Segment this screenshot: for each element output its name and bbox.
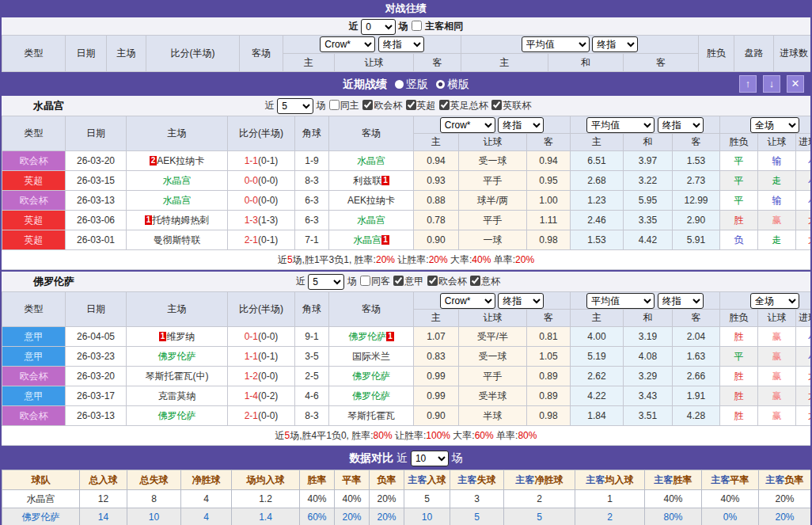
summary-text: 场,胜4平1负0, 胜率: (290, 430, 373, 441)
goals-result-cell: 大 (796, 211, 812, 230)
win-rate: 20% (376, 254, 395, 265)
home-odds: 0.99 (414, 386, 459, 406)
horizontal-layout-radio[interactable] (436, 80, 445, 89)
h2h-final-average-select[interactable]: 终指 (592, 36, 638, 52)
vertical-layout-radio[interactable] (395, 80, 404, 89)
cp-final-odds-select[interactable]: 终指 (498, 117, 544, 133)
result-cell: 平 (720, 191, 758, 211)
h2h-header-bar: 对战往绩 (2, 0, 810, 17)
handicap-result-cell: 赢 (758, 386, 796, 406)
league-label: 欧会杯 (374, 100, 402, 111)
cp-final-average-select[interactable]: 终指 (658, 117, 704, 133)
result-cell: 胜 (720, 211, 758, 230)
away-odds: 0.89 (527, 386, 571, 406)
cp-scope-select[interactable]: 全场 (750, 117, 799, 133)
avg-home-odds: 1.23 (571, 191, 624, 211)
avg-home-odds: 2.68 (571, 171, 624, 191)
handicap-result-value: 赢 (772, 390, 782, 401)
handicap-result-value: 输 (772, 155, 782, 166)
league-checkbox-uecl[interactable] (427, 276, 438, 286)
league-checkbox-seriea[interactable] (393, 276, 404, 286)
match-date: 26-04-05 (66, 327, 127, 347)
goals-result-value: 大 (808, 215, 812, 226)
same-away-checkbox[interactable] (360, 276, 370, 286)
scope-select-cell: 全场 (720, 116, 812, 134)
fi-scope-select[interactable]: 全场 (750, 293, 799, 309)
fi-bookmaker-select[interactable]: Crow* (440, 293, 495, 309)
same-home-away-checkbox[interactable] (412, 21, 422, 31)
subcol-goals: 进球数 (796, 134, 812, 151)
fi-final-odds-select[interactable]: 终指 (498, 293, 544, 309)
league-checkbox-eflcup[interactable] (491, 100, 502, 110)
result-value: 平 (734, 351, 744, 362)
subcol-away-odds: 客 (527, 310, 571, 327)
avg-home-odds: 2.62 (571, 367, 624, 386)
away-odds: 0.95 (527, 171, 571, 191)
handicap-result-value: 赢 (772, 331, 782, 342)
handicap-result-cell: 赢 (758, 211, 796, 230)
away-team-name: 水晶宫 (353, 234, 381, 245)
fi-final-average-select[interactable]: 终指 (658, 293, 704, 309)
league-checkbox-facup[interactable] (439, 100, 450, 110)
cp-bookmaker-select[interactable]: Crow* (440, 117, 495, 133)
col-type: 类型 (2, 36, 66, 72)
away-team-cell: 佛罗伦萨1 (329, 327, 414, 347)
handicap-result-value: 输 (772, 195, 782, 206)
away-odds: 0.94 (527, 151, 571, 171)
away-team-name: 佛罗伦萨 (348, 331, 386, 342)
close-icon[interactable]: ✕ (787, 75, 804, 93)
h2h-matches-select[interactable]: 0 (361, 19, 396, 35)
horizontal-layout-label: 横版 (447, 78, 469, 90)
cp-average-select[interactable]: 平均值 (586, 117, 655, 133)
col-goal-diff: 净胜球 (181, 470, 232, 490)
col-away: 客场 (329, 292, 414, 327)
move-up-icon[interactable]: ↑ (739, 75, 757, 93)
home-team-cell: 佛罗伦萨 (127, 406, 228, 426)
h2h-average-select[interactable]: 平均值 (522, 36, 590, 52)
handicap-line: 受半球 (459, 386, 527, 406)
league-checkbox-epl[interactable] (406, 100, 416, 110)
home-odds: 0.90 (414, 406, 459, 426)
scope-select-cell: 全场 (720, 292, 812, 310)
h2h-final-odds-select[interactable]: 终指 (378, 36, 424, 52)
move-down-icon[interactable]: ↓ (763, 75, 780, 93)
rank-badge: 1 (381, 176, 389, 185)
col-total-conceded: 总失球 (127, 470, 181, 490)
match-type-badge: 欧会杯 (2, 191, 66, 211)
stat-value: 10 (404, 508, 450, 525)
fiorentina-summary: 近5场,胜4平1负0, 胜率:80% 让胜率:100% 大率:60% 单率:80… (2, 426, 810, 446)
away-team-cell: 佛罗伦萨 (329, 367, 414, 386)
subcol-home-odds: 主 (283, 54, 335, 72)
match-type-badge: 英超 (2, 230, 66, 250)
avg-draw-odds: 3.43 (624, 386, 673, 406)
col-corner: 角球 (295, 116, 329, 151)
col-goals: 进球数 (774, 36, 812, 72)
handicap-line: 平手 (459, 171, 527, 191)
subcol-home-odds: 主 (414, 310, 459, 327)
half-time-score: (0-0) (258, 410, 278, 421)
league-checkbox-uecl[interactable] (362, 100, 373, 110)
same-home-label: 同主 (340, 100, 359, 111)
handicap-result-value: 赢 (772, 371, 782, 382)
col-ha-avg-goals: 主客均入球 (575, 470, 645, 490)
fi-matches-select[interactable]: 5 (308, 274, 344, 290)
avg-away-odds: 1.53 (673, 151, 720, 171)
goals-result-cell: 大 (796, 386, 812, 406)
fi-average-select[interactable]: 平均值 (586, 293, 655, 309)
cp-matches-select[interactable]: 5 (277, 98, 313, 114)
score-cell: 0-0(0-0) (228, 191, 295, 211)
team-name: 水晶宫 (2, 490, 80, 508)
col-handicap-trend: 盘路 (734, 36, 774, 72)
comparison-matches-select[interactable]: 10 (411, 451, 449, 466)
h2h-bookmaker-select[interactable]: Crow* (320, 36, 375, 52)
home-team-cell: 2AEK拉纳卡 (127, 151, 228, 171)
away-team-cell: 水晶宫1 (329, 230, 414, 250)
avg-away-odds: 12.99 (673, 191, 720, 211)
avg-home-odds: 1.53 (571, 230, 624, 250)
stat-value: 40% (335, 490, 370, 508)
full-time-score: 1-4 (245, 390, 258, 401)
stat-value: 5 (450, 508, 504, 525)
league-checkbox-coppa[interactable] (470, 276, 480, 286)
summary-text: 大率: (450, 430, 475, 441)
same-home-checkbox[interactable] (329, 100, 340, 110)
